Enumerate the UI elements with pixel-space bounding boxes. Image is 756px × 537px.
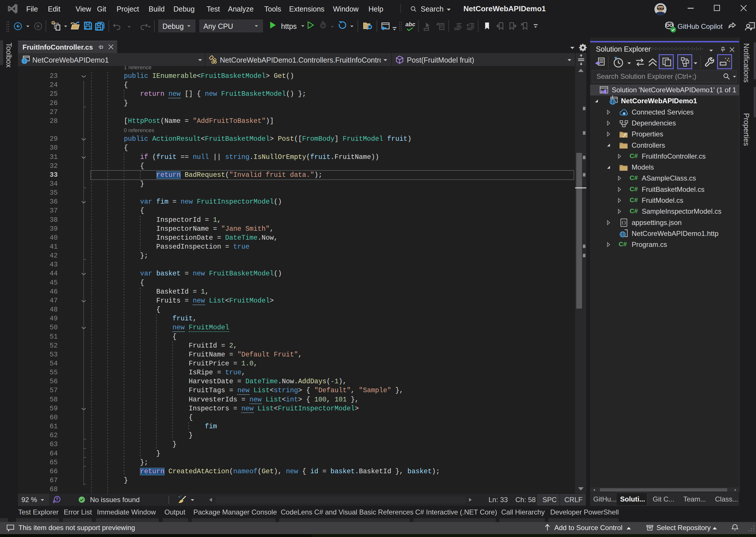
- svg-text:{}: {}: [621, 220, 626, 225]
